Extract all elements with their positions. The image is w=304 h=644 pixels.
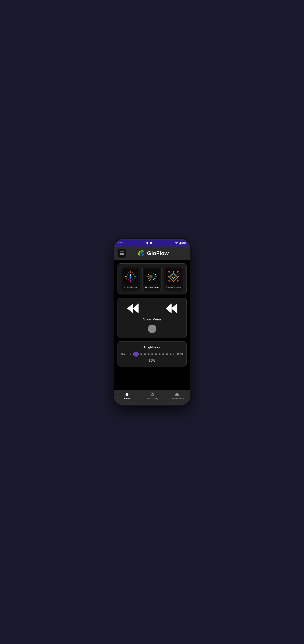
brightness-title: Brightness xyxy=(144,346,160,349)
svg-marker-65 xyxy=(166,304,171,313)
svg-point-2 xyxy=(176,244,177,244)
logo-area: GloFlow xyxy=(129,250,187,257)
pattern-center-card[interactable]: Pattern Center xyxy=(164,267,183,291)
color-picker-label: Color Picker xyxy=(124,286,137,289)
status-center-icons xyxy=(146,242,152,244)
status-bar: 3:15 xyxy=(114,240,190,246)
svg-rect-4 xyxy=(179,243,180,244)
signal-icon xyxy=(179,242,181,244)
show-menu-controls xyxy=(121,302,183,314)
show-menu-label: Show Menu xyxy=(143,318,161,322)
svg-rect-48 xyxy=(152,275,152,278)
battery-icon xyxy=(182,242,186,244)
brightness-slider-row: 20% 100% xyxy=(121,352,183,356)
svg-rect-47 xyxy=(151,275,151,278)
svg-point-24 xyxy=(133,272,134,272)
pattern-center-label: Pattern Center xyxy=(166,286,181,289)
nav-item-home[interactable]: Home xyxy=(114,392,140,400)
svg-point-23 xyxy=(130,271,131,272)
nav-item-online-gallery[interactable]: Online Galery xyxy=(165,392,190,400)
menu-line-2 xyxy=(120,253,124,254)
svg-point-27 xyxy=(135,278,135,279)
home-icon xyxy=(125,392,129,396)
app-header: GloFlow xyxy=(114,246,190,260)
sim-icon xyxy=(150,242,152,244)
menu-line-3 xyxy=(120,254,124,255)
show-menu-container: Show Menu xyxy=(118,298,187,338)
pattern-image xyxy=(166,270,181,284)
color-picker-card-icon xyxy=(123,269,138,284)
strobe-center-label: Strobe Center xyxy=(145,286,159,289)
svg-rect-8 xyxy=(182,243,185,244)
online-gallery-icon xyxy=(175,392,179,396)
svg-marker-63 xyxy=(133,304,139,313)
svg-point-28 xyxy=(130,281,131,282)
fast-forward-arrows-icon xyxy=(164,302,179,314)
app-content: GloFlow xyxy=(114,246,190,404)
status-right-icons xyxy=(175,242,186,244)
strobe-center-card[interactable]: Strobe Center xyxy=(142,267,162,291)
show-menu-indicator xyxy=(148,324,156,333)
brightness-min-label: 20% xyxy=(121,353,128,356)
brightness-value: 80% xyxy=(149,359,155,362)
svg-point-25 xyxy=(135,274,135,274)
bottom-spacer xyxy=(118,370,187,387)
main-content: Color Picker xyxy=(114,260,190,390)
local-gallery-icon xyxy=(150,392,154,396)
status-time: 3:15 xyxy=(118,242,123,245)
nav-item-local-gallery[interactable]: Local Galery xyxy=(140,392,165,400)
bottom-nav: Home Local Galery Online Galery xyxy=(114,390,190,404)
svg-rect-50 xyxy=(154,275,154,278)
rewind-button[interactable] xyxy=(125,302,141,314)
svg-point-29 xyxy=(125,276,126,277)
fast-forward-button[interactable] xyxy=(164,302,179,314)
brightness-max-label: 100% xyxy=(176,353,183,356)
pattern-center-card-icon xyxy=(166,269,181,284)
rewind-arrows-icon xyxy=(125,302,141,314)
svg-rect-46 xyxy=(150,275,150,278)
nav-online-gallery-label: Online Galery xyxy=(170,398,184,400)
svg-marker-64 xyxy=(127,304,133,313)
slider-track-bg xyxy=(130,354,174,355)
feature-cards-container: Color Picker xyxy=(118,263,187,294)
menu-button[interactable] xyxy=(118,249,126,258)
divider xyxy=(152,302,152,314)
app-title: GloFlow xyxy=(147,250,169,256)
svg-point-26 xyxy=(135,276,136,277)
svg-rect-9 xyxy=(185,243,186,244)
shield-icon xyxy=(146,242,149,244)
color-picker-card[interactable]: Color Picker xyxy=(121,267,140,291)
strobe-center-card-icon xyxy=(144,269,160,284)
svg-rect-49 xyxy=(153,275,153,278)
nav-home-label: Home xyxy=(124,398,130,400)
strobe-image xyxy=(145,270,159,284)
phone-frame: 3:15 xyxy=(114,239,190,405)
svg-rect-3 xyxy=(179,243,179,244)
svg-rect-5 xyxy=(180,242,181,244)
svg-rect-1 xyxy=(151,243,152,244)
color-picker-image xyxy=(123,270,138,284)
wifi-icon xyxy=(175,242,178,244)
brightness-container: Brightness 20% 100% 80% xyxy=(118,341,187,366)
nav-local-gallery-label: Local Galery xyxy=(146,398,158,400)
brightness-slider-track[interactable] xyxy=(130,352,174,356)
svg-marker-66 xyxy=(171,304,177,313)
app-logo-icon xyxy=(138,250,145,257)
menu-line-1 xyxy=(120,252,124,252)
svg-point-32 xyxy=(130,274,131,276)
svg-rect-6 xyxy=(181,242,181,244)
brightness-slider-thumb[interactable] xyxy=(134,352,139,357)
